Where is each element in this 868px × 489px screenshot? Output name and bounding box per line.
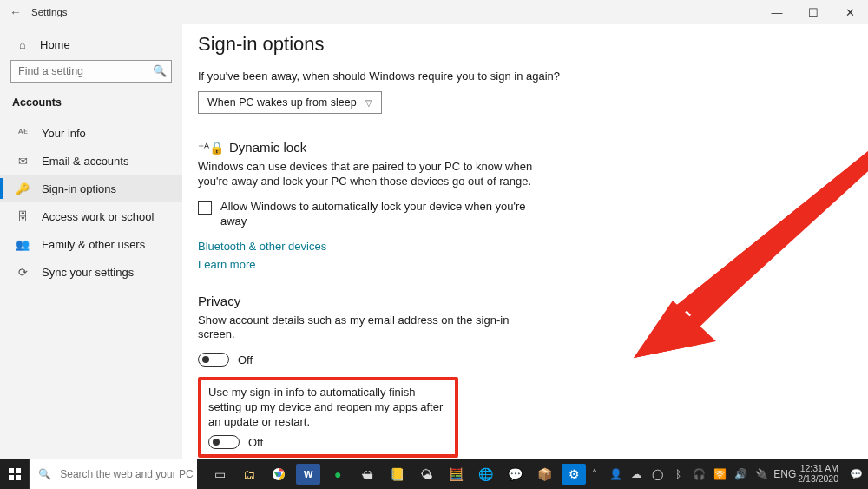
home-icon: ⌂: [16, 38, 30, 51]
tray-steam-icon[interactable]: ◯: [648, 468, 666, 480]
link-learn-more-dynlock[interactable]: Learn more: [198, 258, 833, 271]
home-link[interactable]: ⌂ Home: [0, 33, 182, 60]
dynamic-lock-heading: ⁺ᴬ🔒 Dynamic lock: [198, 140, 833, 155]
chrome-icon[interactable]: [266, 464, 291, 485]
page-title: Sign-in options: [198, 33, 833, 56]
sidebar-item-work-school[interactable]: 🗄 Access work or school: [0, 202, 182, 230]
titlebar: ← Settings — ☐ ✕: [0, 0, 868, 24]
toggle-show-account-details[interactable]: [198, 353, 229, 367]
toggle-use-signin-state: Off: [248, 436, 263, 449]
privacy-account-desc: Show account details such as my email ad…: [198, 314, 545, 343]
tray-volume-icon[interactable]: 🔊: [732, 468, 749, 480]
toggle-use-signin-info[interactable]: [208, 435, 240, 449]
tray-up-icon[interactable]: ˄: [586, 468, 603, 480]
tray-network-icon[interactable]: 🛜: [711, 468, 728, 480]
nav-label: Access work or school: [42, 210, 154, 223]
dynamic-lock-checkbox-label: Allow Windows to automatically lock your…: [220, 200, 545, 229]
close-button[interactable]: ✕: [832, 6, 868, 19]
nav-label: Family & other users: [42, 238, 145, 251]
svg-rect-6: [16, 468, 21, 473]
dynamic-lock-title: Dynamic lock: [229, 140, 306, 155]
dynamic-lock-checkbox-row: Allow Windows to automatically lock your…: [198, 200, 545, 229]
briefcase-icon: 🗄: [16, 210, 30, 223]
tray-bluetooth-icon[interactable]: ᛒ: [669, 468, 687, 480]
sidebar-section-label: Accounts: [0, 95, 182, 119]
sidebar-item-family[interactable]: 👥 Family & other users: [0, 230, 182, 258]
maximize-button[interactable]: ☐: [795, 6, 832, 19]
nav-label: Sign-in options: [42, 182, 116, 195]
tray-onedrive-icon[interactable]: ☁: [628, 468, 645, 480]
nav-label: Your info: [42, 127, 86, 140]
system-tray: ˄ 👤 ☁ ◯ ᛒ 🎧 🛜 🔊 🔌 ENG 12:31 AM 2/13/2020…: [586, 464, 868, 484]
link-bluetooth-devices[interactable]: Bluetooth & other devices: [198, 240, 833, 253]
person-id-icon: ᴬᴱ: [16, 127, 30, 140]
word-icon[interactable]: W: [296, 464, 320, 485]
minimize-button[interactable]: —: [759, 6, 795, 19]
sidebar-item-sync[interactable]: ⟳ Sync your settings: [0, 258, 182, 286]
app-icon-3[interactable]: 📦: [532, 464, 556, 485]
notifications-icon[interactable]: 💬: [847, 468, 865, 480]
taskbar-date: 2/13/2020: [798, 474, 838, 485]
chevron-down-icon: ▽: [365, 98, 372, 108]
people-icon: 👥: [16, 238, 30, 251]
dynamic-lock-icon: ⁺ᴬ🔒: [198, 141, 224, 155]
calculator-icon[interactable]: 🧮: [444, 464, 468, 485]
taskbar-search-placeholder: Search the web and your PC: [60, 468, 193, 480]
settings-search-wrapper: 🔍: [10, 60, 172, 83]
privacy-heading: Privacy: [198, 294, 833, 308]
sticky-notes-icon[interactable]: 📒: [385, 464, 409, 485]
svg-rect-8: [16, 475, 21, 480]
dynamic-lock-desc: Windows can use devices that are paired …: [198, 160, 545, 189]
settings-search-input[interactable]: [10, 60, 172, 83]
file-explorer-icon[interactable]: 🗂: [237, 464, 261, 485]
tray-headset-icon[interactable]: 🎧: [690, 468, 707, 480]
require-signin-prompt: If you've been away, when should Windows…: [198, 69, 833, 83]
spotify-icon[interactable]: ●: [326, 464, 350, 485]
tray-lang[interactable]: ENG: [773, 468, 791, 480]
search-icon: 🔍: [153, 64, 167, 77]
app-title: Settings: [31, 7, 68, 17]
search-icon: 🔍: [30, 468, 60, 480]
nav-label: Email & accounts: [42, 155, 128, 168]
app-icon-2[interactable]: 🌤: [414, 464, 438, 485]
task-view-icon[interactable]: ▭: [207, 464, 232, 485]
sidebar-item-your-info[interactable]: ᴬᴱ Your info: [0, 119, 182, 147]
discord-icon[interactable]: 💬: [503, 464, 527, 485]
require-signin-dropdown[interactable]: When PC wakes up from sleep ▽: [198, 91, 382, 114]
tray-power-icon[interactable]: 🔌: [753, 468, 770, 480]
privacy-signin-desc: Use my sign-in info to automatically fin…: [208, 386, 448, 430]
home-label: Home: [40, 38, 70, 51]
nav-label: Sync your settings: [42, 266, 134, 279]
browser-icon[interactable]: 🌐: [473, 464, 497, 485]
mail-icon: ✉: [16, 155, 30, 168]
content-area: Sign-in options If you've been away, whe…: [182, 24, 868, 459]
toggle-show-account-state: Off: [238, 354, 253, 367]
taskbar-clock[interactable]: 12:31 AM 2/13/2020: [794, 464, 844, 484]
windows-logo-icon: [9, 468, 21, 480]
back-button[interactable]: ←: [0, 5, 31, 19]
tray-people-icon[interactable]: 👤: [607, 468, 624, 480]
dropdown-value: When PC wakes up from sleep: [207, 96, 357, 109]
sidebar: ⌂ Home 🔍 Accounts ᴬᴱ Your info ✉ Email &…: [0, 24, 182, 459]
taskbar: 🔍 Search the web and your PC ▭ 🗂 W ● 🛳 📒…: [0, 459, 868, 489]
start-button[interactable]: [0, 459, 29, 489]
sidebar-item-email[interactable]: ✉ Email & accounts: [0, 147, 182, 175]
key-icon: 🔑: [16, 182, 30, 195]
svg-rect-7: [9, 475, 14, 480]
taskbar-search[interactable]: 🔍 Search the web and your PC: [29, 459, 197, 489]
app-icon-1[interactable]: 🛳: [355, 464, 379, 485]
settings-taskbar-icon[interactable]: ⚙: [562, 464, 586, 485]
dynamic-lock-checkbox[interactable]: [198, 201, 212, 215]
svg-rect-5: [9, 468, 14, 473]
sidebar-item-signin-options[interactable]: 🔑 Sign-in options: [0, 175, 182, 202]
sync-icon: ⟳: [16, 266, 30, 279]
annotation-highlight-box: Use my sign-in info to automatically fin…: [198, 377, 458, 458]
